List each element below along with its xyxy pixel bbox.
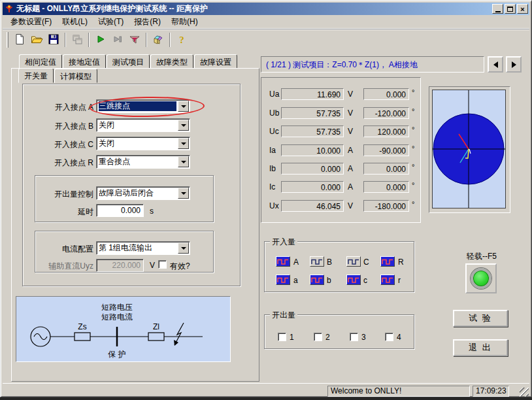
menu-online[interactable]: 联机(L) bbox=[57, 15, 93, 29]
chevron-down-icon[interactable] bbox=[178, 188, 189, 199]
circuit-diagram: Zs Zl 短路电压 短路电流 保 护 bbox=[16, 297, 230, 361]
output-control-value: 故障启动后闭合 bbox=[99, 188, 176, 198]
open-file-button[interactable] bbox=[29, 32, 44, 48]
input-indicator-A[interactable] bbox=[276, 256, 290, 267]
save-button[interactable] bbox=[46, 32, 61, 48]
run-to-end-button[interactable] bbox=[110, 32, 125, 48]
menu-report[interactable]: 报告(R) bbox=[129, 15, 166, 29]
measurement-name: Ic bbox=[269, 182, 275, 192]
input-indicator-R[interactable] bbox=[380, 256, 395, 267]
current-config-select[interactable]: 第 1组电流输出 bbox=[96, 241, 190, 255]
output-control-select[interactable]: 故障启动后闭合 bbox=[96, 186, 190, 200]
unit-label: V bbox=[348, 90, 353, 99]
output-checkbox-2[interactable] bbox=[314, 333, 322, 341]
angle-field: 120.000 bbox=[363, 125, 409, 137]
report-button[interactable] bbox=[127, 32, 142, 48]
contact-r-select[interactable]: 重合接点 bbox=[96, 155, 190, 169]
output-checkbox-4[interactable] bbox=[385, 333, 393, 341]
tab-phase-values[interactable]: 相间定值 bbox=[19, 54, 62, 69]
angle-field: 0.000 bbox=[363, 163, 409, 175]
measurement-name: Ia bbox=[269, 146, 276, 155]
input-indicator-r[interactable] bbox=[380, 275, 395, 285]
aux-dc-valid-label: 有效? bbox=[170, 261, 190, 272]
minimize-icon bbox=[495, 11, 501, 12]
toolbar-handle[interactable] bbox=[7, 32, 8, 48]
chevron-down-icon[interactable] bbox=[178, 101, 189, 112]
chevron-down-icon[interactable] bbox=[178, 120, 189, 131]
output-control-label: 开出量控制 bbox=[20, 189, 93, 200]
magnitude-field: 57.735 bbox=[281, 107, 344, 119]
degree-label: ° bbox=[412, 200, 414, 208]
delay-input[interactable]: 0.000 bbox=[96, 204, 144, 217]
minimize-button[interactable] bbox=[492, 4, 503, 14]
degree-label: ° bbox=[412, 163, 414, 171]
new-file-button[interactable] bbox=[12, 32, 27, 48]
output-label-4: 4 bbox=[397, 333, 401, 342]
chevron-down-icon[interactable] bbox=[178, 156, 189, 167]
contact-b-label: 开入接点 B bbox=[20, 121, 93, 132]
exit-button[interactable]: 退 出 bbox=[453, 339, 508, 356]
input-label-C: C bbox=[363, 258, 369, 267]
maximize-button[interactable] bbox=[505, 4, 516, 14]
zl-label: Zl bbox=[153, 322, 159, 331]
angle-field: 0.000 bbox=[363, 181, 409, 193]
close-button[interactable]: × bbox=[517, 4, 528, 14]
digital-inputs-title: 开入量 bbox=[270, 237, 297, 248]
measurement-row: Ib 0.000 A 0.000 ° bbox=[261, 163, 420, 175]
main-tab-strip: 相间定值 接地定值 测试项目 故障类型 故障设置 bbox=[19, 54, 238, 69]
options-button[interactable] bbox=[150, 32, 166, 48]
menu-help[interactable]: 帮助(H) bbox=[166, 15, 203, 29]
contact-a-select[interactable]: 三跳接点 bbox=[96, 99, 190, 113]
light-load-button[interactable] bbox=[465, 263, 497, 293]
output-checkbox-1[interactable] bbox=[278, 333, 286, 341]
unit-label: A bbox=[348, 164, 353, 173]
test-button[interactable]: 试 验 bbox=[453, 310, 508, 327]
output-label-3: 3 bbox=[361, 333, 366, 342]
window-title: 无标题 - ONLLY昂立系列继电保护测试系统 -- 距离保护 bbox=[16, 3, 492, 15]
contact-c-select[interactable]: 关闭 bbox=[96, 137, 190, 150]
chevron-down-icon[interactable] bbox=[178, 138, 189, 149]
next-test-button[interactable] bbox=[506, 56, 522, 73]
output-label-2: 2 bbox=[325, 333, 330, 342]
tab-test-items[interactable]: 测试项目 bbox=[107, 54, 150, 69]
chevron-down-icon[interactable] bbox=[178, 242, 189, 254]
resize-grip[interactable] bbox=[520, 388, 529, 397]
aux-dc-label: 辅助直流Uyz bbox=[20, 261, 93, 272]
tab-switch-values[interactable]: 开关量 bbox=[18, 68, 54, 83]
contact-b-select[interactable]: 关闭 bbox=[96, 118, 190, 132]
measurement-name: Ib bbox=[269, 164, 276, 173]
input-label-R: R bbox=[398, 258, 404, 267]
input-indicator-b[interactable] bbox=[310, 275, 324, 285]
tab-calc-model[interactable]: 计算模型 bbox=[54, 69, 97, 83]
measurement-name: Ux bbox=[269, 201, 279, 210]
degree-label: ° bbox=[412, 144, 414, 152]
magnitude-field: 11.690 bbox=[281, 88, 344, 100]
prev-test-button[interactable] bbox=[488, 56, 503, 73]
waveform-icon bbox=[276, 276, 290, 284]
phasor-diagram bbox=[432, 90, 506, 208]
tab-fault-settings[interactable]: 故障设置 bbox=[194, 54, 237, 69]
maximize-icon bbox=[507, 7, 513, 12]
menu-test[interactable]: 试验(T) bbox=[93, 15, 129, 29]
menu-parameter-settings[interactable]: 参数设置(F) bbox=[5, 15, 57, 29]
output-checkbox-3[interactable] bbox=[350, 333, 358, 341]
contact-b-value: 关闭 bbox=[99, 120, 176, 130]
run-button[interactable] bbox=[93, 32, 108, 48]
aux-dc-input: 220.000 bbox=[96, 259, 144, 272]
tab-fault-types[interactable]: 故障类型 bbox=[150, 54, 193, 69]
aux-dc-valid-checkbox[interactable] bbox=[158, 260, 167, 269]
help-button[interactable]: ? bbox=[174, 32, 190, 48]
test-info-panel: ( 1/21 ) 测试项目：Z=0.70＊Z(1)， A相接地 bbox=[261, 56, 484, 73]
input-indicator-B[interactable] bbox=[310, 256, 324, 267]
measurement-row: Ic 0.000 A 0.000 ° bbox=[261, 181, 420, 193]
input-indicator-c[interactable] bbox=[346, 275, 361, 285]
title-bar[interactable]: 无标题 - ONLLY昂立系列继电保护测试系统 -- 距离保护 × bbox=[3, 3, 529, 15]
magnitude-field: 0.000 bbox=[281, 163, 344, 175]
cascade-windows-button[interactable] bbox=[69, 32, 85, 48]
app-logo-icon bbox=[4, 4, 14, 14]
input-indicator-a[interactable] bbox=[276, 275, 290, 285]
input-indicator-C[interactable] bbox=[346, 256, 361, 267]
waveform-icon bbox=[310, 276, 324, 284]
tab-ground-values[interactable]: 接地定值 bbox=[63, 54, 106, 69]
unit-label: V bbox=[348, 108, 353, 118]
